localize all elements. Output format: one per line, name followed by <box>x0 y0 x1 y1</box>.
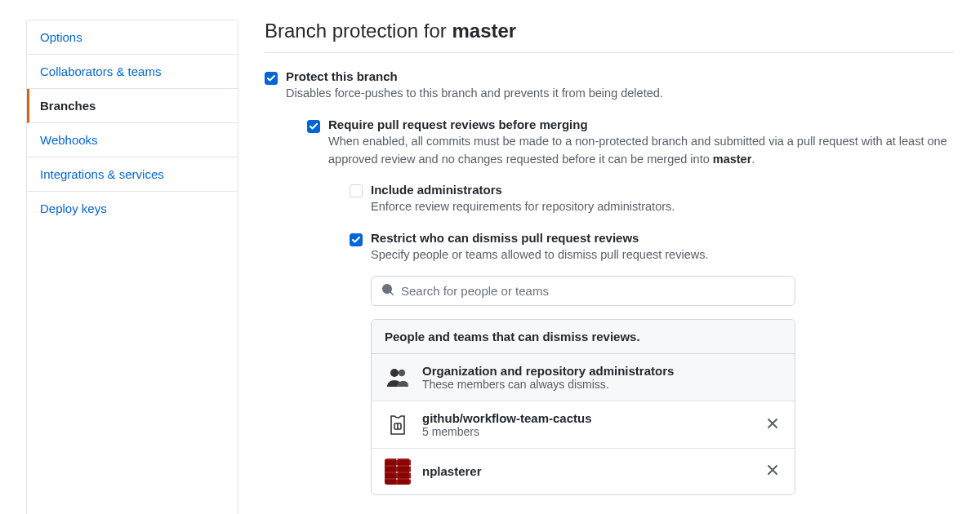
svg-point-1 <box>399 370 405 376</box>
protect-branch-desc: Disables force-pushes to this branch and… <box>286 85 954 103</box>
dismiss-entry-row: github/workflow-team-cactus 5 members <box>372 401 795 449</box>
svg-point-0 <box>390 369 399 377</box>
search-icon <box>381 283 394 299</box>
include-admins-checkbox[interactable] <box>350 184 363 197</box>
people-icon <box>385 364 411 390</box>
dismiss-entry-name: nplasterer <box>422 464 752 478</box>
protect-branch-title: Protect this branch <box>286 69 954 83</box>
protect-branch-block: Protect this branch Disables force-pushe… <box>265 69 954 514</box>
sidebar-item-deploy-keys[interactable]: Deploy keys <box>27 192 238 225</box>
page-title: Branch protection for master <box>265 20 954 53</box>
require-reviews-desc-text: When enabled, all commits must be made t… <box>328 135 947 166</box>
team-jersey-icon <box>385 411 411 437</box>
user-avatar-icon <box>385 459 411 485</box>
dismiss-admins-sub: These members can always dismiss. <box>422 378 782 391</box>
dismiss-entry-sub: 5 members <box>422 425 752 438</box>
restrict-dismiss-checkbox[interactable] <box>350 233 363 246</box>
page-title-prefix: Branch protection for <box>265 20 452 42</box>
protect-branch-checkbox[interactable] <box>265 72 278 85</box>
remove-entry-button[interactable] <box>764 461 782 481</box>
include-admins-title: Include administrators <box>371 183 954 197</box>
dismiss-entry-row: nplasterer <box>372 449 795 494</box>
dismiss-search-box[interactable] <box>371 276 795 306</box>
dismiss-panel: People and teams that can dismiss review… <box>371 319 795 495</box>
require-reviews-block: Require pull request reviews before merg… <box>307 117 954 510</box>
require-reviews-title: Require pull request reviews before merg… <box>328 117 954 131</box>
sidebar-item-integrations[interactable]: Integrations & services <box>27 157 238 192</box>
remove-entry-button[interactable] <box>764 414 782 435</box>
restrict-dismiss-block: Restrict who can dismiss pull request re… <box>350 231 954 495</box>
dismiss-entry-name: github/workflow-team-cactus <box>422 411 752 425</box>
include-admins-desc: Enforce review requirements for reposito… <box>371 198 954 216</box>
dismiss-admins-title: Organization and repository administrato… <box>422 364 782 378</box>
sidebar-item-branches[interactable]: Branches <box>27 89 238 123</box>
dismiss-search-input[interactable] <box>401 284 785 298</box>
restrict-dismiss-desc: Specify people or teams allowed to dismi… <box>371 246 954 264</box>
dismiss-panel-header: People and teams that can dismiss review… <box>372 320 795 354</box>
main-content: Branch protection for master Protect thi… <box>265 20 954 514</box>
sidebar-item-collaborators[interactable]: Collaborators & teams <box>27 55 238 89</box>
sidebar-item-webhooks[interactable]: Webhooks <box>27 123 238 157</box>
dismiss-admins-row: Organization and repository administrato… <box>372 354 795 401</box>
require-reviews-desc: When enabled, all commits must be made t… <box>328 133 954 169</box>
page-title-branch: master <box>452 20 516 42</box>
require-reviews-desc-branch: master <box>713 153 752 166</box>
require-reviews-desc-suffix: . <box>751 153 755 166</box>
restrict-dismiss-title: Restrict who can dismiss pull request re… <box>371 231 954 245</box>
include-admins-block: Include administrators Enforce review re… <box>350 183 954 216</box>
sidebar-item-options[interactable]: Options <box>27 20 238 55</box>
settings-sidebar: Options Collaborators & teams Branches W… <box>26 20 238 514</box>
require-reviews-checkbox[interactable] <box>307 120 320 133</box>
